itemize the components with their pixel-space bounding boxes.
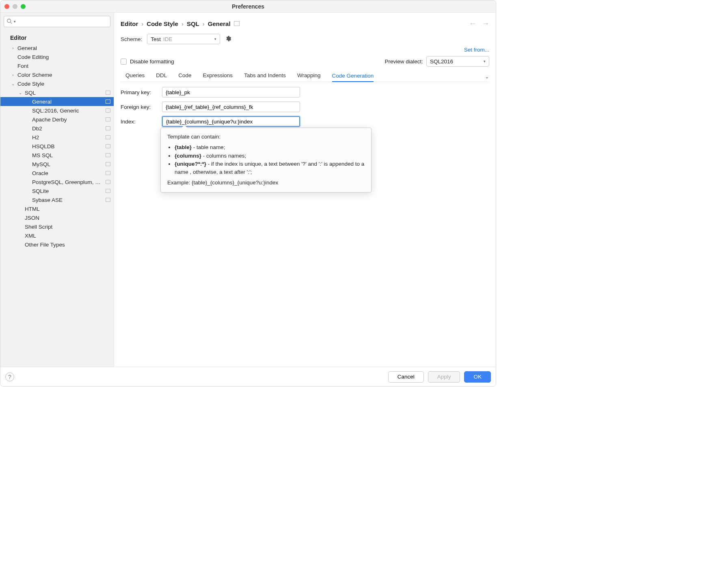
tooltip-example: Example: {table}_{columns}_{unique?u:}in…: [167, 179, 365, 187]
tab-tabs-and-indents[interactable]: Tabs and Indents: [244, 72, 286, 81]
scheme-actions-gear-icon[interactable]: [225, 35, 231, 43]
tab-expressions[interactable]: Expressions: [203, 72, 233, 81]
sidebar-search-input[interactable]: [17, 19, 108, 25]
forward-icon[interactable]: →: [482, 19, 489, 28]
tab-ddl[interactable]: DDL: [156, 72, 167, 81]
chevron-down-icon: ▾: [214, 37, 216, 41]
tree-item[interactable]: MS SQL: [0, 151, 114, 160]
tree-item-label: Code Style: [17, 81, 110, 87]
scheme-indicator-icon: [106, 108, 110, 113]
tree-expand-icon: ⌄: [18, 91, 22, 95]
breadcrumb-segment[interactable]: SQL: [187, 20, 199, 27]
tree-item[interactable]: Db2: [0, 124, 114, 133]
tree-item-label: HSQLDB: [32, 143, 103, 149]
tree-item[interactable]: HTML: [0, 204, 114, 213]
preview-dialect-label: Preview dialect:: [385, 58, 423, 65]
tree-item[interactable]: MySQL: [0, 160, 114, 169]
search-icon: [6, 18, 12, 25]
tooltip-intro: Template can contain:: [167, 133, 365, 141]
breadcrumb-separator-icon: ›: [141, 20, 143, 27]
tabs-overflow-icon[interactable]: ⌄: [485, 74, 489, 80]
tree-item-label: SQL:2016, Generic: [32, 108, 103, 114]
tree-item[interactable]: JSON: [0, 213, 114, 222]
sidebar-search[interactable]: ▾: [4, 16, 110, 27]
tree-item[interactable]: H2: [0, 133, 114, 142]
tree-item[interactable]: Font: [0, 61, 114, 70]
breadcrumb: Editor›Code Style›SQL›General: [121, 20, 240, 27]
tree-item-label: Other File Types: [25, 242, 110, 248]
svg-point-0: [7, 19, 11, 22]
tree-item-label: JSON: [25, 215, 110, 221]
tree-item[interactable]: SQL:2016, Generic: [0, 106, 114, 115]
breadcrumb-segment[interactable]: Editor: [121, 20, 138, 27]
chevron-down-icon: ▾: [484, 59, 486, 63]
scheme-indicator-icon: [106, 153, 110, 157]
scheme-indicator-icon: [106, 171, 110, 175]
back-icon[interactable]: ←: [469, 19, 476, 28]
template-hint-tooltip: Template can contain: {table} - table na…: [160, 128, 372, 193]
tree-item[interactable]: SQLite: [0, 186, 114, 195]
scheme-indicator-icon: [234, 21, 240, 26]
disable-formatting-label: Disable formatting: [130, 58, 174, 65]
scheme-indicator-icon: [106, 135, 110, 139]
tooltip-bullet: {table} - table name;: [175, 143, 365, 151]
tree-item-label: Apache Derby: [32, 117, 103, 123]
tree-item[interactable]: ›General: [0, 43, 114, 52]
foreign-key-input[interactable]: [162, 102, 300, 112]
code-style-tabs: QueriesDDLCodeExpressionsTabs and Indent…: [121, 72, 489, 82]
tree-item[interactable]: Oracle: [0, 169, 114, 177]
ok-button[interactable]: OK: [464, 371, 491, 383]
breadcrumb-segment[interactable]: General: [208, 20, 231, 27]
apply-button[interactable]: Apply: [428, 371, 460, 383]
tree-item[interactable]: Other File Types: [0, 240, 114, 249]
preview-dialect-dropdown[interactable]: SQL2016 ▾: [426, 56, 489, 67]
preferences-tree[interactable]: Editor ›GeneralCode EditingFont›Color Sc…: [0, 30, 114, 367]
tree-item-label: Shell Script: [25, 224, 110, 230]
tree-item[interactable]: ›Color Scheme: [0, 70, 114, 79]
tree-item[interactable]: XML: [0, 231, 114, 240]
tree-item[interactable]: ⌄Code Style: [0, 79, 114, 88]
breadcrumb-segment[interactable]: Code Style: [147, 20, 178, 27]
history-nav: ← →: [469, 19, 489, 28]
tab-code[interactable]: Code: [178, 72, 191, 81]
tree-item[interactable]: HSQLDB: [0, 142, 114, 151]
tab-code-generation[interactable]: Code Generation: [332, 73, 374, 82]
cancel-button[interactable]: Cancel: [388, 371, 424, 383]
tree-item[interactable]: Code Editing: [0, 52, 114, 61]
help-button[interactable]: ?: [5, 372, 14, 381]
tree-item[interactable]: Apache Derby: [0, 115, 114, 124]
tooltip-bullet: {columns} - columns names;: [175, 152, 365, 160]
scheme-indicator-icon: [106, 180, 110, 184]
tree-item[interactable]: PostgreSQL, Greenplum, Redshift: [0, 177, 114, 186]
breadcrumb-separator-icon: ›: [203, 20, 205, 27]
scheme-dropdown[interactable]: Test IDE ▾: [147, 34, 220, 44]
window-title: Preferences: [0, 3, 496, 10]
dialog-footer: ? Cancel Apply OK: [0, 367, 496, 386]
tree-item[interactable]: Sybase ASE: [0, 195, 114, 204]
scheme-indicator-icon: [106, 100, 110, 104]
disable-formatting-checkbox[interactable]: [121, 58, 127, 65]
primary-key-label: Primary key:: [121, 89, 156, 95]
primary-key-input[interactable]: [162, 87, 300, 97]
tree-expand-icon: ›: [11, 73, 15, 77]
scheme-label: Scheme:: [121, 36, 142, 42]
tab-queries[interactable]: Queries: [125, 72, 145, 81]
set-from-link[interactable]: Set from...: [464, 47, 489, 53]
scheme-value: Test: [151, 36, 161, 42]
index-label: Index:: [121, 119, 156, 125]
tree-item[interactable]: ⌄SQL: [0, 88, 114, 97]
tab-wrapping[interactable]: Wrapping: [297, 72, 321, 81]
scheme-indicator-icon: [106, 91, 110, 95]
scheme-scope: IDE: [163, 36, 173, 42]
tree-item-label: General: [32, 99, 103, 105]
search-history-caret-icon[interactable]: ▾: [14, 19, 16, 24]
scheme-indicator-icon: [106, 117, 110, 121]
tree-item-label: H2: [32, 134, 103, 141]
scheme-indicator-icon: [106, 144, 110, 148]
window-titlebar: Preferences: [0, 0, 496, 13]
scheme-indicator-icon: [106, 126, 110, 130]
tree-item[interactable]: General: [0, 97, 114, 106]
tree-item[interactable]: Shell Script: [0, 222, 114, 231]
tree-item-label: MySQL: [32, 161, 103, 167]
tree-item-label: SQLite: [32, 188, 103, 194]
